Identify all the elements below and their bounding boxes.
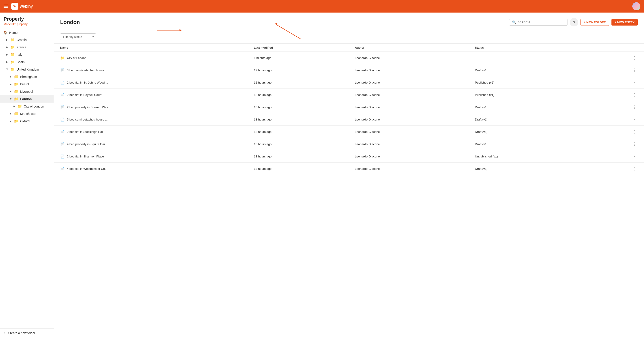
row-name: 📄 4 bed flat in Westminster Co...	[54, 163, 248, 175]
chevron-icon: ▶	[10, 75, 12, 78]
sidebar-item-france[interactable]: ▶ 📁 France	[0, 43, 54, 51]
row-author: Leonardo Giacone	[348, 113, 468, 126]
folder-icon: 📁	[10, 60, 15, 64]
row-last-modified: 13 hours ago	[248, 113, 348, 126]
entry-name: 2 bed property in Dorman Way	[67, 106, 108, 109]
more-options-button[interactable]: ⋮	[631, 104, 638, 110]
sidebar-item-city-of-london[interactable]: ▶ 📁 City of London	[0, 103, 54, 110]
filter-select-wrapper[interactable]: Filter by status Draft Published Unpubli…	[60, 33, 96, 40]
sidebar-item-bristol[interactable]: ▶ 📁 Bristol	[0, 80, 54, 88]
top-navigation: W webiny	[0, 0, 644, 12]
sidebar-item-italy[interactable]: ▶ 📁 Italy	[0, 51, 54, 58]
table-row[interactable]: 📄 2 bed flat in St. Johns Wood ... 12 ho…	[54, 76, 644, 89]
row-author: Leonardo Giacone	[348, 138, 468, 150]
sidebar-item-label: Croatia	[16, 38, 27, 42]
sidebar-item-birmingham[interactable]: ▶ 📁 Birmingham	[0, 73, 54, 80]
sidebar-item-united-kingdom[interactable]: ▶ 📁 United Kingdom	[0, 66, 54, 73]
sidebar-item-label: Manchester	[20, 112, 36, 116]
chevron-icon: ▶	[6, 46, 8, 48]
row-name: 📄 4 bed property in Squire Gar...	[54, 138, 248, 150]
row-status: Draft (v1)	[468, 163, 582, 175]
more-options-button[interactable]: ⋮	[631, 92, 638, 98]
row-name: 📄 2 bed flat in Stockleigh Hall	[54, 126, 248, 138]
document-icon: 📄	[60, 130, 64, 134]
sidebar-item-label: Liverpool	[20, 90, 33, 93]
chevron-icon: ▶	[6, 61, 8, 63]
row-author: Leonardo Giacone	[348, 163, 468, 175]
main-content: London 🔍 ⚙ + NEW FOLDER + NEW ENTRY	[54, 12, 644, 340]
row-actions: ⋮	[582, 138, 644, 150]
more-options-button[interactable]: ⋮	[631, 166, 638, 171]
sidebar-item-croatia[interactable]: ▶ 📁 Croatia	[0, 36, 54, 43]
folder-icon: 📁	[10, 38, 15, 42]
document-icon: 📄	[60, 80, 64, 85]
more-options-button[interactable]: ⋮	[631, 80, 638, 85]
row-author: Leonardo Giacone	[348, 76, 468, 89]
entry-name: 2 bed flat in St. Johns Wood ...	[67, 81, 108, 84]
filter-by-status-select[interactable]: Filter by status Draft Published Unpubli…	[60, 33, 96, 40]
table-row[interactable]: 📄 3 bed semi-detached house ... 12 hours…	[54, 64, 644, 76]
table-row[interactable]: 📄 5 bed semi-detached house ... 13 hours…	[54, 113, 644, 126]
row-status: Unpublished (v1)	[468, 150, 582, 163]
row-status: Draft (v1)	[468, 113, 582, 126]
row-status: -	[468, 52, 582, 64]
sidebar-item-label: France	[16, 45, 26, 49]
entry-name: City of London	[67, 56, 86, 60]
create-new-folder-button[interactable]: ⊕ Create a new folder	[0, 328, 54, 337]
more-options-button[interactable]: ⋮	[631, 154, 638, 159]
row-author: Leonardo Giacone	[348, 101, 468, 113]
document-icon: 📄	[60, 105, 64, 109]
table-row[interactable]: 📄 4 bed flat in Westminster Co... 13 hou…	[54, 163, 644, 175]
document-icon: 📄	[60, 68, 64, 72]
content-header: London 🔍 ⚙ + NEW FOLDER + NEW ENTRY	[54, 12, 644, 30]
sidebar-item-spain[interactable]: ▶ 📁 Spain	[0, 58, 54, 66]
create-folder-label: Create a new folder	[8, 331, 35, 335]
new-entry-button[interactable]: + NEW ENTRY	[612, 19, 638, 25]
entry-name: 5 bed semi-detached house ...	[67, 118, 108, 121]
table-row[interactable]: 📄 2 bed flat in Shannon Place 13 hours a…	[54, 150, 644, 163]
row-last-modified: 13 hours ago	[248, 138, 348, 150]
sidebar-item-london[interactable]: ▶ 📁 London	[0, 95, 54, 103]
home-icon: 🏠	[4, 31, 8, 34]
new-entry-label: + NEW ENTRY	[614, 21, 634, 24]
table-row[interactable]: 📄 2 bed flat in Stockleigh Hall 13 hours…	[54, 126, 644, 138]
row-last-modified: 12 hours ago	[248, 76, 348, 89]
avatar[interactable]	[632, 2, 640, 10]
sidebar-item-manchester[interactable]: ▶ 📁 Manchester	[0, 110, 54, 117]
header-actions: 🔍 ⚙ + NEW FOLDER + NEW ENTRY	[509, 18, 638, 26]
sidebar-item-label: Oxford	[20, 119, 30, 123]
more-options-button[interactable]: ⋮	[631, 129, 638, 135]
folder-icon: 📁	[60, 56, 64, 60]
hamburger-menu[interactable]	[4, 5, 8, 8]
table-row[interactable]: 📁 City of London 1 minute ago Leonardo G…	[54, 52, 644, 64]
row-name: 📄 5 bed semi-detached house ...	[54, 113, 248, 126]
folder-icon: 📁	[14, 82, 18, 86]
row-actions: ⋮	[582, 52, 644, 64]
more-options-button[interactable]: ⋮	[631, 117, 638, 122]
col-author: Author	[348, 44, 468, 52]
more-options-button[interactable]: ⋮	[631, 55, 638, 61]
folder-icon: 📁	[10, 67, 15, 71]
row-last-modified: 13 hours ago	[248, 126, 348, 138]
col-actions	[582, 44, 644, 52]
row-status: Published (v2)	[468, 76, 582, 89]
sidebar-item-home[interactable]: 🏠 Home	[0, 29, 54, 36]
search-icon: 🔍	[512, 20, 516, 24]
filter-button[interactable]: ⚙	[570, 18, 578, 26]
row-status: Draft (v1)	[468, 64, 582, 76]
sidebar-item-oxford[interactable]: ▶ 📁 Oxford	[0, 117, 54, 125]
table-row[interactable]: 📄 4 bed property in Squire Gar... 13 hou…	[54, 138, 644, 150]
more-options-button[interactable]: ⋮	[631, 67, 638, 73]
search-input[interactable]	[518, 21, 564, 24]
chevron-icon: ▶	[10, 83, 12, 85]
row-author: Leonardo Giacone	[348, 89, 468, 101]
entry-name: 4 bed property in Squire Gar...	[67, 143, 108, 146]
table-row[interactable]: 📄 2 bed property in Dorman Way 13 hours …	[54, 101, 644, 113]
table-row[interactable]: 📄 2 bed flat in Boydell Court 13 hours a…	[54, 89, 644, 101]
entry-name: 3 bed semi-detached house ...	[67, 69, 108, 72]
more-options-button[interactable]: ⋮	[631, 141, 638, 147]
sidebar-item-liverpool[interactable]: ▶ 📁 Liverpool	[0, 88, 54, 95]
search-box[interactable]: 🔍	[509, 19, 568, 25]
sidebar-item-label: City of London	[24, 105, 44, 108]
new-folder-button[interactable]: + NEW FOLDER	[580, 19, 610, 26]
